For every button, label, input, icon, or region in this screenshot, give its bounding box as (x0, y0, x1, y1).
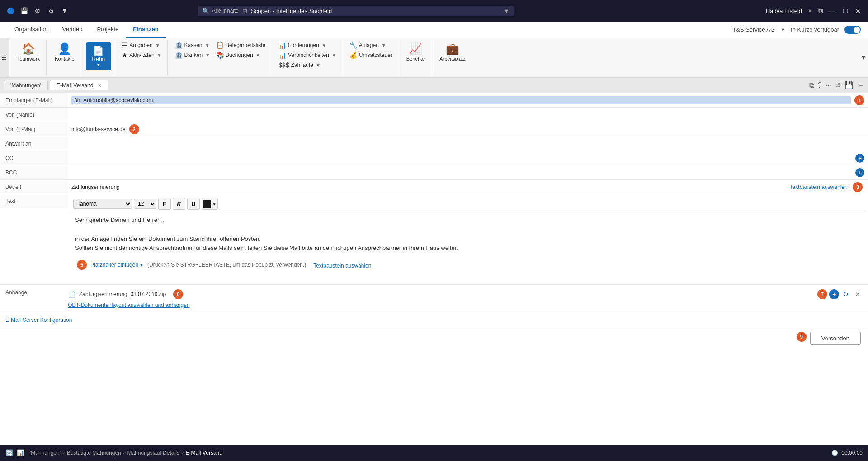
content-area: Empfänger (E-Mail) 3h_Automobile@scopevi… (0, 93, 868, 445)
tab-action-save[interactable]: 💾 (844, 81, 854, 89)
email-server-link[interactable]: E-Mail-Server Konfiguration (0, 313, 868, 327)
nav-tab-finanzen[interactable]: Finanzen (126, 22, 165, 38)
bold-button[interactable]: F (158, 198, 171, 210)
bcc-input[interactable] (71, 169, 864, 176)
ribbon-item-kassen[interactable]: 🏦 Kassen ▼ (172, 41, 213, 50)
status-icons: 🔄 📊 (5, 449, 24, 456)
nav-tab-vertrieb[interactable]: Vertrieb (55, 22, 90, 38)
restore-icon[interactable]: ⧉ (818, 7, 823, 15)
ribbon-item-zahllaufe[interactable]: $$$ Zahlläufe ▼ (276, 61, 339, 70)
app-icon[interactable]: 🔵 (5, 6, 15, 16)
maximize-button[interactable]: □ (841, 6, 850, 15)
tab-close-button[interactable]: ✕ (98, 83, 102, 88)
add-attachment-button[interactable]: + (829, 289, 839, 299)
textbaustein-link-editor[interactable]: Textbaustein auswählen (313, 263, 371, 269)
ribbon-btn-berichte[interactable]: 📈 Berichte (404, 42, 427, 62)
badge-3: 3 (853, 182, 863, 192)
save-icon[interactable]: 💾 (19, 6, 29, 16)
company-dropdown-icon[interactable]: ▼ (780, 27, 785, 33)
empfaenger-value[interactable]: 3h_Automobile@scopevisio.com; (71, 96, 851, 104)
betreff-field[interactable] (68, 182, 790, 192)
betreff-input[interactable] (71, 184, 786, 190)
ribbon-item-forderungen[interactable]: 📊 Forderungen ▼ (276, 41, 339, 50)
buchungen-dropdown-icon: ▼ (256, 53, 260, 58)
textbaustein-link-top[interactable]: Textbaustein auswählen 3 (790, 182, 868, 192)
tab-action-refresh[interactable]: ↺ (835, 81, 841, 89)
ribbon-group-berichte: 📈 Berichte (400, 40, 431, 75)
ribbon-item-banken[interactable]: 🏦 Banken ▼ (172, 51, 213, 60)
breadcrumb-part-2[interactable]: Bestätigte Mahnungen (67, 450, 121, 456)
send-button[interactable]: Versenden (810, 332, 861, 345)
von-name-field[interactable] (68, 108, 868, 122)
aufgaben-dropdown-icon: ▼ (156, 43, 160, 48)
status-icon-1[interactable]: 🔄 (5, 449, 13, 456)
tab-action-help[interactable]: ? (818, 81, 822, 89)
ribbon-item-anlagen[interactable]: 🔧 Anlagen ▼ (347, 41, 395, 50)
body-line2: in der Anlage finden Sie ein Dokument zu… (75, 235, 861, 244)
cc-input[interactable] (71, 155, 864, 161)
search-input[interactable] (251, 8, 504, 14)
tab-action-duplicate[interactable]: ⧉ (809, 81, 814, 89)
ribbon-item-buchungen[interactable]: 📚 Buchungen ▼ (213, 51, 268, 60)
cc-field[interactable]: + (68, 151, 868, 165)
ribbon-item-umsatzsteuer[interactable]: 💰 Umsatzsteuer (347, 51, 395, 60)
dropdown-icon[interactable]: ▼ (60, 6, 70, 16)
ribbon: ☰ 🏠 Teamwork 👤 Kontakte 📄 Rebu ▼ (0, 38, 868, 78)
sidebar-toggle[interactable]: ☰ (0, 38, 9, 77)
tab-action-more[interactable]: ··· (826, 81, 831, 89)
ribbon-btn-kontakte[interactable]: 👤 Kontakte (52, 42, 77, 62)
soon-label: In Kürze verfügbar (791, 26, 839, 33)
editor-content[interactable]: Sehr geehrte Damen und Herren , in der A… (70, 212, 866, 257)
von-email-value: info@tunds-service.de (71, 126, 126, 132)
close-button[interactable]: ✕ (854, 6, 863, 15)
antwort-field[interactable] (68, 136, 868, 151)
placeholder-insert-button[interactable]: Platzhalter einfügen ▼ (90, 262, 144, 268)
user-dropdown-icon[interactable]: ▼ (807, 8, 812, 14)
ribbon-section-anlagen: 🔧 Anlagen ▼ 💰 Umsatzsteuer (344, 40, 398, 75)
ribbon-btn-teamwork[interactable]: 🏠 Teamwork (14, 42, 42, 62)
nav-tab-organisation[interactable]: Organisation (7, 22, 55, 38)
ribbon-btn-rebu[interactable]: 📄 Rebu ▼ (86, 42, 112, 70)
settings-icon[interactable]: ⚙ (46, 6, 56, 16)
odt-link[interactable]: ODT-Dokumentenlayout auswählen und anhän… (68, 302, 863, 308)
tab-action-back[interactable]: ← (857, 81, 864, 89)
von-name-input[interactable] (71, 112, 864, 118)
empfaenger-field[interactable]: 3h_Automobile@scopevisio.com; 1 (68, 93, 868, 107)
underline-button[interactable]: U (187, 198, 200, 210)
ribbon-item-aufgaben[interactable]: ☰ Aufgaben ▼ (119, 41, 164, 50)
add-icon[interactable]: ⊕ (33, 6, 42, 16)
title-bar-right: Hadya Eisfeld ▼ ⧉ — □ ✕ (766, 6, 863, 15)
ribbon-item-verbindlichkeiten[interactable]: 📊 Verbindlichkeiten ▼ (276, 51, 339, 60)
breadcrumb: 'Mahnungen' > Bestätigte Mahnungen > Mah… (30, 450, 222, 456)
ribbon-group-arbeitsplatz: 💼 Arbeitsplatz (433, 40, 472, 75)
breadcrumb-part-3[interactable]: Mahnungslauf Details (127, 450, 179, 456)
von-email-field[interactable]: info@tunds-service.de 2 (68, 122, 868, 136)
breadcrumb-part-1[interactable]: 'Mahnungen' (30, 450, 61, 456)
nav-tab-projekte[interactable]: Projekte (90, 22, 126, 38)
status-icon-2[interactable]: 📊 (17, 449, 24, 456)
cc-add-button[interactable]: + (855, 154, 864, 163)
remove-attachment-button[interactable]: ✕ (853, 289, 863, 299)
bcc-add-button[interactable]: + (855, 168, 864, 177)
font-size-select[interactable]: 12 (134, 199, 156, 209)
ribbon-col-belegarbeit: 📋 Belegarbeitsliste 📚 Buchungen ▼ (213, 41, 268, 60)
tab-mahnungen[interactable]: 'Mahnungen' (4, 80, 48, 90)
italic-button[interactable]: K (173, 198, 185, 210)
ribbon-item-aktivitaeten[interactable]: ★ Aktivitäten ▼ (119, 51, 164, 60)
search-dropdown-icon[interactable]: ▼ (504, 8, 509, 14)
tab-email-versand[interactable]: E-Mail Versand ✕ (50, 80, 108, 90)
global-search[interactable]: 🔍 Alle Inhalte ⊞ ▼ (198, 6, 514, 16)
soon-toggle[interactable] (844, 26, 861, 34)
minimize-button[interactable]: — (828, 6, 837, 15)
bcc-field[interactable]: + (68, 165, 868, 179)
font-select[interactable]: Tahoma (73, 199, 132, 209)
ribbon-col-forderungen: 📊 Forderungen ▼ 📊 Verbindlichkeiten ▼ $$… (276, 41, 339, 70)
kontakte-icon: 👤 (58, 42, 71, 55)
ribbon-btn-arbeitsplatz[interactable]: 💼 Arbeitsplatz (437, 42, 468, 62)
belegarbeitsliste-icon: 📋 (216, 42, 224, 49)
color-picker-button[interactable]: ▼ (202, 198, 218, 210)
ribbon-item-belegarbeitsliste[interactable]: 📋 Belegarbeitsliste (213, 41, 268, 50)
ribbon-collapse-btn[interactable]: ▼ (859, 38, 868, 77)
antwort-input[interactable] (71, 141, 864, 147)
verbindlichkeiten-icon: 📊 (278, 52, 286, 59)
